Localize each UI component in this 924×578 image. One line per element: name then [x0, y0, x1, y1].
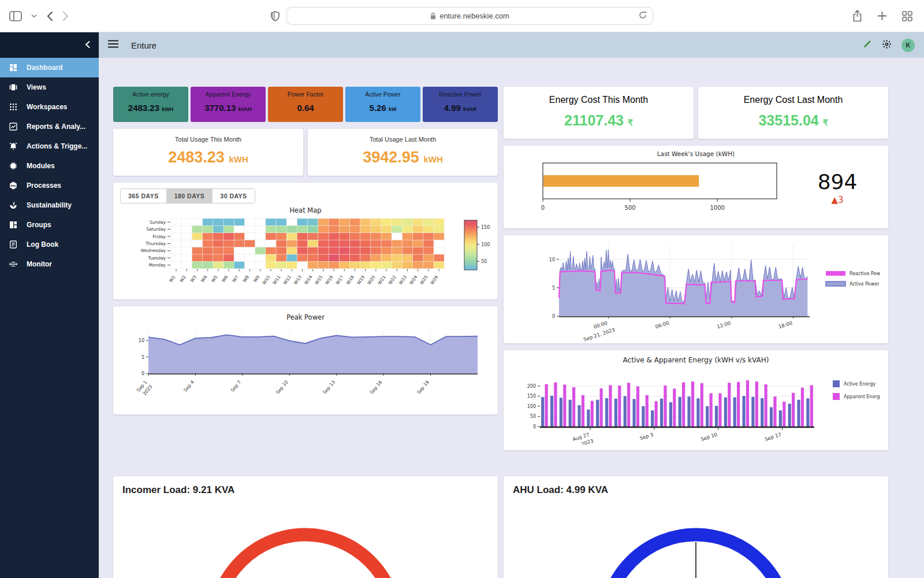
svg-text:50: 50	[481, 259, 487, 264]
url-bar[interactable]: enture.nebeskie.com	[286, 7, 653, 25]
reports-icon	[9, 122, 18, 132]
share-icon[interactable]	[852, 10, 862, 22]
range-365-days-button[interactable]: 365 DAYS	[121, 189, 166, 203]
metric-cards-row: Active energy 2483.23 kWH Apparent Energ…	[113, 87, 498, 122]
usage-unit: kWH	[229, 154, 248, 164]
svg-text:12:00: 12:00	[716, 320, 731, 329]
sidebar-item-label: Modules	[27, 162, 55, 170]
energy-chart-title: Active & Apparent Energy (kWH v/s kVAH)	[509, 356, 882, 364]
ahu-load-gauge	[513, 496, 879, 578]
svg-text:Sep 17: Sep 17	[764, 431, 782, 442]
svg-text:W15: W15	[314, 275, 323, 286]
power-chart-card: 051000:00Sep 21, 202306:0012:0018:00Reac…	[504, 235, 888, 343]
svg-text:W14: W14	[303, 275, 313, 286]
cost-label: Energy Cost Last Month	[698, 95, 888, 105]
sidebar-item-processes[interactable]: PRO Processes	[0, 176, 99, 195]
last-week-value: 894	[797, 170, 878, 194]
sidebar-collapse-icon[interactable]	[85, 40, 90, 50]
cost-currency: ₹	[823, 118, 828, 127]
incomer-load-gauge-card: Incomer Load: 9.21 KVA	[113, 476, 498, 578]
sidebar-item-label: Dashboard	[27, 64, 63, 72]
metric-label: Power Factor	[268, 91, 343, 98]
range-180-days-button[interactable]: 180 DAYS	[166, 189, 213, 203]
svg-text:18:00: 18:00	[778, 320, 793, 329]
browser-chrome: enture.nebeskie.com	[0, 0, 924, 32]
svg-text:50: 50	[530, 414, 536, 419]
workspaces-icon	[9, 102, 18, 112]
svg-text:0: 0	[533, 424, 536, 429]
tab-overview-icon[interactable]	[902, 11, 912, 21]
svg-text:W10: W10	[261, 275, 271, 286]
forward-button[interactable]	[62, 11, 69, 21]
usage-unit: kWH	[423, 154, 442, 164]
sidebar-item-actions[interactable]: Actions & Trigge...	[0, 136, 99, 156]
svg-text:Sunday: Sunday	[150, 220, 166, 225]
cost-label: Energy Cost This Month	[504, 95, 694, 105]
sidebar-item-label: Monitor	[27, 260, 52, 268]
sidebar-item-label: Sustainability	[27, 201, 72, 209]
metric-card-active-energy: Active energy 2483.23 kWH	[113, 87, 188, 122]
svg-text:10: 10	[549, 257, 555, 262]
svg-text:0: 0	[552, 314, 555, 319]
energy-bar-chart: 050100150200Aug 272023Sep 3Sep 10Sep 17A…	[509, 364, 880, 445]
svg-text:W2: W2	[179, 275, 187, 283]
sidebar-item-logbook[interactable]: Log Book	[0, 235, 99, 254]
sidebar-item-modules[interactable]: Modules	[0, 156, 99, 176]
metric-label: Reactive Power	[423, 91, 498, 98]
svg-text:W23: W23	[398, 275, 408, 286]
svg-text:W5: W5	[210, 275, 218, 283]
svg-text:Sep 21, 2023: Sep 21, 2023	[583, 327, 616, 342]
metric-card-reactive-power: Reactive Power 4.99 kVAR	[423, 87, 498, 122]
gear-icon[interactable]	[882, 39, 892, 51]
sidebar-item-workspaces[interactable]: Workspaces	[0, 97, 99, 117]
heatmap-chart: SundaySaturdayFridayThursdayWednesdayTue…	[120, 216, 491, 292]
heatmap-title: Heat Map	[120, 206, 491, 214]
metric-card-power-factor: Power Factor 0.64	[268, 87, 343, 122]
refresh-icon[interactable]	[639, 10, 647, 22]
svg-text:10: 10	[139, 338, 144, 343]
cost-value: 21107.43	[564, 112, 624, 128]
privacy-shield-icon[interactable]	[271, 11, 280, 21]
new-tab-icon[interactable]	[877, 11, 887, 21]
svg-text:W7: W7	[232, 275, 240, 283]
svg-text:Wednesday: Wednesday	[141, 248, 166, 253]
back-button[interactable]	[46, 11, 53, 21]
views-icon	[9, 83, 18, 92]
sidebar-item-dashboard[interactable]: Dashboard	[0, 58, 99, 77]
groups-icon	[9, 220, 18, 230]
energy-chart-card: Active & Apparent Energy (kWH v/s kVAH) …	[504, 350, 888, 450]
sidebar-toggle-icon[interactable]	[9, 11, 22, 21]
sidebar-item-reports[interactable]: Reports & Analy...	[0, 117, 99, 136]
sidebar-item-monitor[interactable]: Monitor	[0, 254, 99, 274]
total-usage-this-month-card: Total Usage This Month 2483.23 kWH	[113, 129, 303, 176]
svg-text:Sep 3: Sep 3	[639, 431, 654, 441]
svg-text:W4: W4	[200, 275, 208, 283]
last-week-delta: ▲3	[797, 195, 878, 205]
alarm-icon	[9, 142, 18, 151]
svg-text:Sep 7: Sep 7	[230, 380, 242, 393]
chevron-down-icon[interactable]	[31, 14, 37, 18]
total-usage-last-month-card: Total Usage Last Month 3942.95 kWH	[308, 129, 498, 176]
edit-pencil-icon[interactable]	[863, 39, 872, 51]
sidebar-item-sustainability[interactable]: Sustainability	[0, 195, 99, 215]
svg-text:W24: W24	[408, 275, 418, 286]
metric-card-apparent-energy: Apparent Energy 3770.13 kVAH	[191, 87, 266, 122]
svg-text:Friday: Friday	[152, 234, 166, 239]
svg-text:5: 5	[552, 286, 555, 291]
hamburger-menu-icon[interactable]	[108, 40, 118, 50]
sidebar-item-groups[interactable]: Groups	[0, 215, 99, 235]
sidebar-item-label: Groups	[27, 221, 51, 229]
sidebar-item-views[interactable]: Views	[0, 77, 99, 97]
metric-value: 2483.23	[128, 103, 159, 113]
svg-text:Active Power: Active Power	[850, 281, 880, 287]
avatar[interactable]: K	[901, 39, 915, 52]
svg-text:Sep 4: Sep 4	[182, 380, 195, 393]
lock-icon	[430, 12, 436, 20]
svg-text:Monday: Monday	[148, 262, 166, 268]
incomer-load-gauge	[122, 496, 489, 578]
svg-text:150: 150	[481, 225, 490, 230]
svg-text:W3: W3	[189, 275, 198, 283]
range-30-days-button[interactable]: 30 DAYS	[212, 189, 254, 203]
range-selector: 365 DAYS 180 DAYS 30 DAYS	[120, 188, 255, 203]
svg-text:W12: W12	[282, 275, 292, 286]
